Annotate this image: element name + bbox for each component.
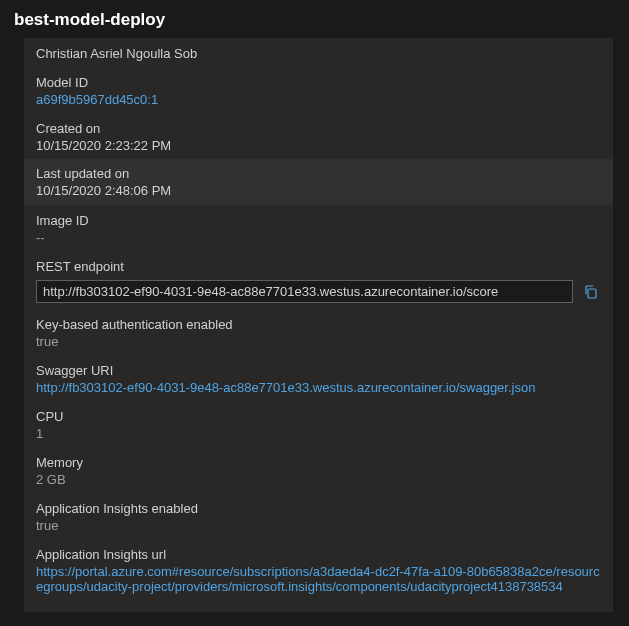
memory-value: 2 GB <box>36 472 601 487</box>
swagger-label: Swagger URI <box>36 363 601 378</box>
memory-label: Memory <box>36 455 601 470</box>
model-id-label: Model ID <box>36 75 601 90</box>
key-auth-row: Key-based authentication enabled true <box>24 309 613 355</box>
image-id-row: Image ID -- <box>24 205 613 251</box>
model-id-link[interactable]: a69f9b5967dd45c0:1 <box>36 92 601 107</box>
rest-endpoint-input[interactable] <box>36 280 573 303</box>
cpu-label: CPU <box>36 409 601 424</box>
image-id-label: Image ID <box>36 213 601 228</box>
created-on-label: Created on <box>36 121 601 136</box>
key-auth-label: Key-based authentication enabled <box>36 317 601 332</box>
appinsights-url-row: Application Insights url https://portal.… <box>24 539 613 600</box>
appinsights-url-label: Application Insights url <box>36 547 601 562</box>
swagger-row: Swagger URI http://fb303102-ef90-4031-9e… <box>24 355 613 401</box>
svg-rect-0 <box>588 289 596 298</box>
appinsights-enabled-label: Application Insights enabled <box>36 501 601 516</box>
appinsights-enabled-value: true <box>36 518 601 533</box>
created-on-row: Created on 10/15/2020 2:23:22 PM <box>24 113 613 159</box>
appinsights-enabled-row: Application Insights enabled true <box>24 493 613 539</box>
last-updated-row: Last updated on 10/15/2020 2:48:06 PM <box>24 159 613 205</box>
image-id-value: -- <box>36 230 601 245</box>
copy-endpoint-button[interactable] <box>581 282 601 302</box>
rest-endpoint-label: REST endpoint <box>36 259 601 274</box>
appinsights-url-link[interactable]: https://portal.azure.com#resource/subscr… <box>36 564 601 594</box>
memory-row: Memory 2 GB <box>24 447 613 493</box>
details-panel: Christian Asriel Ngoulla Sob Model ID a6… <box>24 38 613 612</box>
rest-endpoint-label-row: REST endpoint <box>24 251 613 278</box>
page-title: best-model-deploy <box>0 0 629 38</box>
last-updated-label: Last updated on <box>36 166 601 181</box>
owner-value: Christian Asriel Ngoulla Sob <box>36 46 601 61</box>
copy-icon <box>583 284 599 300</box>
swagger-link[interactable]: http://fb303102-ef90-4031-9e48-ac88e7701… <box>36 380 601 395</box>
cpu-row: CPU 1 <box>24 401 613 447</box>
owner-row: Christian Asriel Ngoulla Sob <box>24 38 613 67</box>
model-id-row: Model ID a69f9b5967dd45c0:1 <box>24 67 613 113</box>
rest-endpoint-row <box>24 278 613 309</box>
cpu-value: 1 <box>36 426 601 441</box>
last-updated-value: 10/15/2020 2:48:06 PM <box>36 183 601 198</box>
key-auth-value: true <box>36 334 601 349</box>
created-on-value: 10/15/2020 2:23:22 PM <box>36 138 601 153</box>
